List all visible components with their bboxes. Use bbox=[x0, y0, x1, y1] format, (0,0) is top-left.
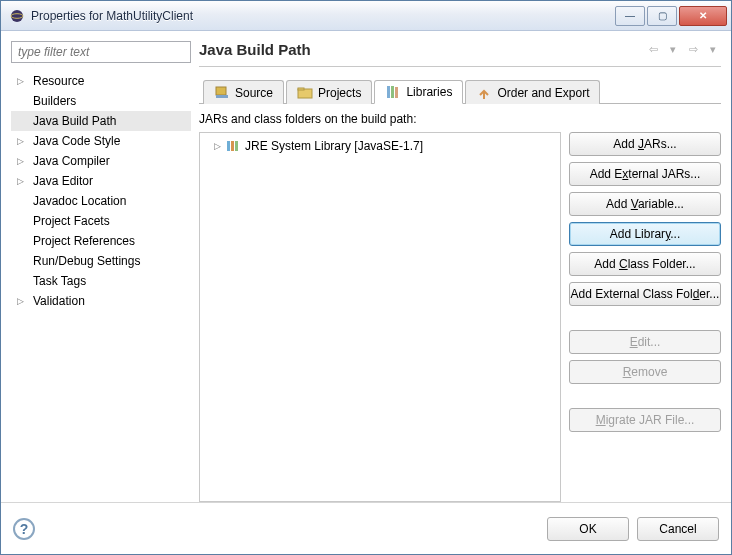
maximize-button[interactable]: ▢ bbox=[647, 6, 677, 26]
titlebar[interactable]: Properties for MathUtilityClient — ▢ ✕ bbox=[1, 1, 731, 31]
svg-point-0 bbox=[11, 10, 23, 22]
tree-item-project-references[interactable]: Project References bbox=[11, 231, 191, 251]
tab-description: JARs and class folders on the build path… bbox=[199, 112, 721, 126]
ok-button[interactable]: OK bbox=[547, 517, 629, 541]
svg-rect-2 bbox=[216, 87, 226, 95]
tree-label: Javadoc Location bbox=[33, 194, 126, 208]
page-title: Java Build Path bbox=[199, 41, 641, 58]
tab-label: Libraries bbox=[406, 85, 452, 99]
properties-dialog: Properties for MathUtilityClient — ▢ ✕ ▷… bbox=[0, 0, 732, 555]
tree-item-resource[interactable]: ▷Resource bbox=[11, 71, 191, 91]
tab-libraries[interactable]: Libraries bbox=[374, 80, 463, 104]
tree-label: Java Compiler bbox=[33, 154, 110, 168]
tree-item-java-build-path[interactable]: Java Build Path bbox=[11, 111, 191, 131]
library-entry[interactable]: ▷ JRE System Library [JavaSE-1.7] bbox=[204, 137, 556, 155]
library-buttons: Add JARs... Add External JARs... Add Var… bbox=[569, 132, 721, 502]
tree-label: Task Tags bbox=[33, 274, 86, 288]
category-sidebar: ▷Resource Builders Java Build Path ▷Java… bbox=[11, 41, 191, 502]
tree-label: Project Facets bbox=[33, 214, 110, 228]
eclipse-icon bbox=[9, 8, 25, 24]
filter-input[interactable] bbox=[11, 41, 191, 63]
minimize-button[interactable]: — bbox=[615, 6, 645, 26]
back-button[interactable]: ⇦ bbox=[645, 42, 661, 58]
library-label: JRE System Library [JavaSE-1.7] bbox=[245, 139, 423, 153]
window-title: Properties for MathUtilityClient bbox=[31, 9, 615, 23]
tree-item-task-tags[interactable]: Task Tags bbox=[11, 271, 191, 291]
tab-label: Order and Export bbox=[497, 86, 589, 100]
help-button[interactable]: ? bbox=[13, 518, 35, 540]
tree-item-project-facets[interactable]: Project Facets bbox=[11, 211, 191, 231]
source-icon bbox=[214, 85, 230, 101]
remove-button: Remove bbox=[569, 360, 721, 384]
close-button[interactable]: ✕ bbox=[679, 6, 727, 26]
edit-button: Edit... bbox=[569, 330, 721, 354]
tab-label: Source bbox=[235, 86, 273, 100]
add-variable-button[interactable]: Add Variable... bbox=[569, 192, 721, 216]
back-menu-button[interactable]: ▾ bbox=[665, 42, 681, 58]
tree-label: Validation bbox=[33, 294, 85, 308]
add-jars-button[interactable]: Add JARs... bbox=[569, 132, 721, 156]
forward-button[interactable]: ⇨ bbox=[685, 42, 701, 58]
libraries-list[interactable]: ▷ JRE System Library [JavaSE-1.7] bbox=[199, 132, 561, 502]
tab-bar: Source Projects Libraries Order and Expo… bbox=[199, 79, 721, 104]
svg-rect-9 bbox=[227, 141, 230, 151]
tree-item-builders[interactable]: Builders bbox=[11, 91, 191, 111]
add-library-button[interactable]: Add Library... bbox=[569, 222, 721, 246]
tab-source[interactable]: Source bbox=[203, 80, 284, 104]
tree-item-javadoc-location[interactable]: Javadoc Location bbox=[11, 191, 191, 211]
add-external-jars-button[interactable]: Add External JARs... bbox=[569, 162, 721, 186]
expand-icon[interactable]: ▷ bbox=[214, 141, 221, 151]
tab-order-export[interactable]: Order and Export bbox=[465, 80, 600, 104]
page-content: Java Build Path ⇦ ▾ ⇨ ▾ Source Projects … bbox=[199, 41, 721, 502]
add-class-folder-button[interactable]: Add Class Folder... bbox=[569, 252, 721, 276]
svg-rect-3 bbox=[216, 95, 228, 98]
order-icon bbox=[476, 85, 492, 101]
svg-rect-10 bbox=[231, 141, 234, 151]
tree-label: Run/Debug Settings bbox=[33, 254, 140, 268]
cancel-button[interactable]: Cancel bbox=[637, 517, 719, 541]
svg-rect-7 bbox=[391, 86, 394, 98]
tree-item-java-code-style[interactable]: ▷Java Code Style bbox=[11, 131, 191, 151]
tree-item-validation[interactable]: ▷Validation bbox=[11, 291, 191, 311]
jre-library-icon bbox=[225, 138, 241, 154]
tree-label: Java Code Style bbox=[33, 134, 120, 148]
svg-rect-8 bbox=[395, 87, 398, 98]
category-tree[interactable]: ▷Resource Builders Java Build Path ▷Java… bbox=[11, 69, 191, 502]
forward-menu-button[interactable]: ▾ bbox=[705, 42, 721, 58]
tree-item-java-compiler[interactable]: ▷Java Compiler bbox=[11, 151, 191, 171]
tree-label: Java Build Path bbox=[33, 114, 116, 128]
tree-label: Builders bbox=[33, 94, 76, 108]
svg-rect-11 bbox=[235, 141, 238, 151]
projects-icon bbox=[297, 85, 313, 101]
tree-item-run-debug-settings[interactable]: Run/Debug Settings bbox=[11, 251, 191, 271]
tree-label: Resource bbox=[33, 74, 84, 88]
libraries-icon bbox=[385, 84, 401, 100]
tree-label: Java Editor bbox=[33, 174, 93, 188]
dialog-footer: ? OK Cancel bbox=[1, 502, 731, 554]
migrate-jar-button: Migrate JAR File... bbox=[569, 408, 721, 432]
svg-rect-5 bbox=[298, 88, 304, 90]
svg-rect-6 bbox=[387, 86, 390, 98]
tree-label: Project References bbox=[33, 234, 135, 248]
tab-projects[interactable]: Projects bbox=[286, 80, 372, 104]
add-external-class-folder-button[interactable]: Add External Class Folder... bbox=[569, 282, 721, 306]
tree-item-java-editor[interactable]: ▷Java Editor bbox=[11, 171, 191, 191]
tab-label: Projects bbox=[318, 86, 361, 100]
